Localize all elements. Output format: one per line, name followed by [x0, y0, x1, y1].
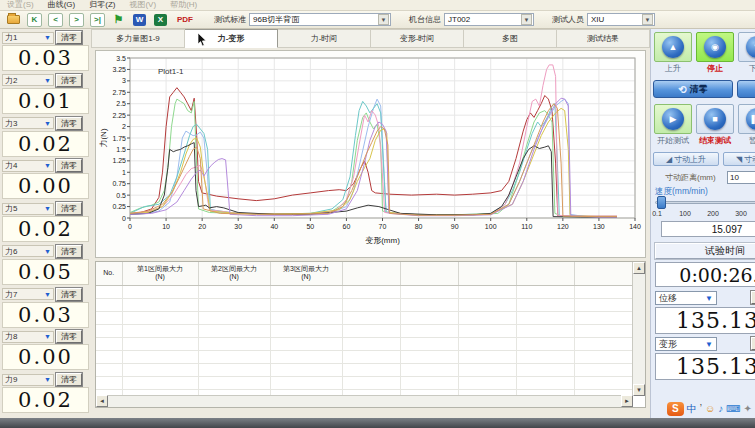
emoji-icon[interactable]: ☺ — [705, 402, 715, 416]
chevron-down-icon[interactable]: ▼ — [378, 14, 389, 25]
force-channel-select[interactable]: 力1▼ — [2, 32, 54, 44]
tab-item[interactable]: 多图 — [464, 29, 557, 48]
tab-item[interactable]: 多力量图1-9 — [91, 29, 185, 48]
field-select[interactable]: 96B切半背面▼ — [249, 13, 391, 26]
force-channel-select[interactable]: 力5▼ — [2, 203, 54, 215]
jog-distance-input[interactable]: 10 — [727, 171, 755, 184]
field-select[interactable]: XIU▼ — [587, 13, 655, 26]
force-channel-group: 力4▼清零0.00 — [0, 158, 91, 201]
menu-item[interactable]: 归零(Z) — [82, 0, 122, 10]
end-test-button-pad[interactable]: ■ — [696, 104, 734, 134]
stop-button[interactable]: ◉停止 — [695, 32, 735, 74]
pdf-export-icon[interactable]: PDF — [174, 13, 196, 27]
scroll-left-icon[interactable]: ◄ — [96, 395, 108, 407]
pause-button[interactable]: ❚❚暂停 — [737, 104, 755, 146]
table-row[interactable] — [96, 337, 632, 350]
table-row[interactable] — [96, 376, 632, 389]
open-file-icon[interactable] — [6, 13, 21, 27]
start-test-button[interactable]: ▶开始测试 — [653, 104, 693, 146]
menu-item[interactable]: 曲线(G) — [41, 0, 83, 10]
stop-button-pad[interactable]: ◉ — [696, 32, 734, 62]
chevron-down-icon[interactable]: ▼ — [521, 14, 532, 25]
force-channel-select[interactable]: 力6▼ — [2, 245, 54, 257]
svg-text:0.75: 0.75 — [112, 180, 126, 187]
word-export-icon[interactable]: W — [132, 13, 147, 27]
field-select[interactable]: JT002▼ — [444, 13, 534, 26]
tab-item[interactable]: 力-时间 — [278, 29, 371, 48]
svg-text:3: 3 — [122, 77, 126, 84]
up-button[interactable]: ▲上升 — [653, 32, 693, 74]
clear-button[interactable]: 清零 — [56, 245, 82, 258]
force-channel-select[interactable]: 力7▼ — [2, 288, 54, 300]
clear-button[interactable]: 清零 — [56, 159, 82, 172]
punctuation-icon[interactable]: ’ — [700, 402, 702, 416]
horizontal-scrollbar[interactable]: ◄ ► — [96, 395, 633, 407]
table-row[interactable] — [96, 350, 632, 363]
first-record-icon[interactable]: K — [27, 13, 42, 27]
toolbox-icon[interactable]: ✦ — [744, 402, 752, 416]
deformation-select[interactable]: 变形 ▼ — [655, 337, 717, 351]
tab-item[interactable]: 变形-时间 — [371, 29, 464, 48]
clear-button[interactable]: 清零 — [56, 373, 82, 386]
down-button[interactable]: ▼下降 — [737, 32, 755, 74]
displacement-clear-button[interactable]: 清零 — [751, 291, 755, 304]
chevron-down-icon[interactable]: ▼ — [642, 14, 653, 25]
clear-force-button[interactable]: ⟲ 清零 — [653, 80, 733, 98]
force-channel-select[interactable]: 力8▼ — [2, 331, 54, 343]
vertical-scrollbar[interactable]: ▲ ▼ — [632, 262, 645, 396]
down-button-pad[interactable]: ▼ — [738, 32, 755, 62]
force-value: 0.02 — [2, 216, 89, 242]
force-channel-select[interactable]: 力9▼ — [2, 374, 54, 386]
scroll-right-icon[interactable]: ► — [621, 395, 633, 407]
table-cell — [458, 285, 516, 298]
jog-up-button[interactable]: ◢ 寸动上升 — [653, 152, 719, 166]
table-cell — [96, 298, 122, 311]
keyboard-icon[interactable]: ⌨ — [726, 402, 740, 416]
table-cell — [270, 363, 342, 376]
slider-tick-label: 100 — [679, 210, 691, 217]
prev-record-icon[interactable]: < — [48, 13, 63, 27]
table-row[interactable] — [96, 363, 632, 376]
force-channel-select[interactable]: 力2▼ — [2, 74, 54, 86]
clear-button[interactable]: 清零 — [56, 202, 82, 215]
clear-button[interactable]: 清零 — [56, 288, 82, 301]
flag-icon[interactable]: ⚑ — [111, 13, 126, 27]
deformation-clear-button[interactable]: 清零 — [751, 337, 755, 350]
table-row[interactable] — [96, 285, 632, 298]
table-row[interactable] — [96, 324, 632, 337]
jog-down-button[interactable]: ◥ 寸动下降 — [723, 152, 755, 166]
table-cell — [122, 324, 198, 337]
voice-input-icon[interactable]: ♪ — [718, 402, 723, 416]
return-button[interactable]: ⇄ — [737, 80, 755, 98]
displacement-select[interactable]: 位移 ▼ — [655, 291, 717, 305]
pause-button-pad[interactable]: ❚❚ — [738, 104, 755, 134]
next-record-icon[interactable]: > — [69, 13, 84, 27]
tab-item[interactable]: 测试结果 — [557, 29, 650, 48]
force-channel-select[interactable]: 力3▼ — [2, 117, 54, 129]
scroll-up-icon[interactable]: ▲ — [633, 262, 645, 274]
excel-export-icon[interactable]: X — [153, 13, 168, 27]
jog-up-label: 寸动上升 — [674, 154, 706, 165]
force-channel-select[interactable]: 力4▼ — [2, 160, 54, 172]
table-row[interactable] — [96, 311, 632, 324]
field-label: 测试标准 — [214, 14, 246, 25]
table-cell — [96, 350, 122, 363]
svg-text:110: 110 — [521, 223, 532, 230]
speed-value: 15.097 — [661, 221, 755, 237]
table-row[interactable] — [96, 298, 632, 311]
clear-button[interactable]: 清零 — [56, 31, 82, 44]
start-test-button-pad[interactable]: ▶ — [654, 104, 692, 134]
up-button-pad[interactable]: ▲ — [654, 32, 692, 62]
clear-button[interactable]: 清零 — [56, 117, 82, 130]
speed-slider-thumb[interactable] — [657, 196, 666, 209]
clear-button[interactable]: 清零 — [56, 330, 82, 343]
end-test-button[interactable]: ■结束测试 — [695, 104, 735, 146]
table-cell — [342, 311, 400, 324]
svg-text:90: 90 — [451, 223, 459, 230]
speed-slider[interactable] — [655, 201, 755, 204]
scroll-down-icon[interactable]: ▼ — [633, 384, 645, 396]
last-record-icon[interactable]: >| — [90, 13, 105, 27]
clear-button[interactable]: 清零 — [56, 74, 82, 87]
sogou-logo[interactable]: S — [667, 402, 684, 416]
chinese-mode-icon[interactable]: 中 — [687, 402, 697, 416]
